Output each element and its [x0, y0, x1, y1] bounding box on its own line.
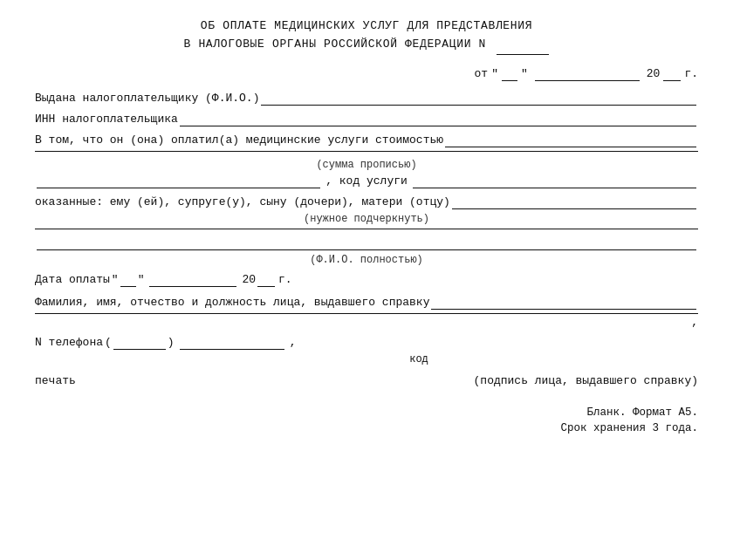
person-separator [35, 313, 698, 314]
from-line: от " " 20 г. [35, 67, 698, 81]
stamp-label: печать [35, 374, 76, 387]
title-line2: В НАЛОГОВЫЕ ОРГАНЫ РОССИЙСКОЙ ФЕДЕРАЦИИ … [35, 36, 698, 55]
issued-section: Выдана налогоплательщику (Ф.И.О.) [35, 92, 698, 106]
service-row: , код услуги [35, 174, 698, 188]
title-line1: ОБ ОПЛАТЕ МЕДИЦИНСКИХ УСЛУГ ДЛЯ ПРЕДСТАВ… [35, 17, 698, 36]
title-block: ОБ ОПЛАТЕ МЕДИЦИНСКИХ УСЛУГ ДЛЯ ПРЕДСТАВ… [35, 17, 698, 55]
rendered-row: оказанные: ему (ей), супруге(у), сыну (д… [35, 195, 698, 209]
phone-comma: , [290, 336, 297, 349]
fio-section: (Ф.И.О. полностью) [35, 236, 698, 266]
rendered-label: оказанные: ему (ей), супруге(у), сыну (д… [35, 195, 450, 208]
paid-row: В том, что он (она) оплатил(а) медицинск… [35, 133, 698, 147]
issued-row: Выдана налогоплательщику (Ф.И.О.) [35, 92, 698, 106]
bottom-info: Бланк. Формат А5. Срок хранения 3 года. [35, 405, 698, 438]
date-payment-label: Дата оплаты [35, 273, 110, 286]
rendered-separator [35, 229, 698, 229]
document: ОБ ОПЛАТЕ МЕДИЦИНСКИХ УСЛУГ ДЛЯ ПРЕДСТАВ… [35, 17, 698, 437]
from-label: от [475, 67, 489, 80]
inn-row: ИНН налогоплательщика [35, 113, 698, 126]
date-g: г. [278, 273, 292, 286]
from-g: г. [684, 67, 698, 80]
rendered-section: оказанные: ему (ей), супруге(у), сыну (д… [35, 195, 698, 229]
inn-label: ИНН налогоплательщика [35, 113, 178, 126]
sum-label: (сумма прописью) [35, 159, 698, 171]
paid-separator [35, 151, 698, 152]
from-quote-close: " [521, 67, 528, 80]
fio-row [35, 236, 698, 250]
service-row-section: , код услуги [35, 174, 698, 188]
paid-section: В том, что он (она) оплатил(а) медицинск… [35, 133, 698, 152]
underline-note: (нужное подчеркнуть) [35, 213, 698, 225]
stamp-signature-row: печать (подпись лица, выдавшего справку) [35, 374, 698, 387]
person-row: Фамилия, имя, отчество и должность лица,… [35, 296, 698, 310]
date-payment-row: Дата оплаты " " 20 г. [35, 273, 698, 287]
phone-label: N телефона [35, 336, 103, 349]
issued-label: Выдана налогоплательщику (Ф.И.О.) [35, 92, 259, 105]
inn-section: ИНН налогоплательщика [35, 113, 698, 126]
service-code-label: , код услуги [325, 174, 408, 188]
paid-label: В том, что он (она) оплатил(а) медицинск… [35, 133, 443, 147]
fio-label: (Ф.И.О. полностью) [35, 254, 698, 266]
person-comma: , [35, 316, 698, 329]
code-label: код [140, 353, 698, 365]
signature-label: (подпись лица, выдавшего справку) [474, 374, 698, 387]
from-year-prefix: 20 [647, 67, 661, 80]
bottom-line2: Срок хранения 3 года. [35, 420, 698, 437]
from-quote-open: " [491, 67, 498, 80]
person-section: Фамилия, имя, отчество и должность лица,… [35, 296, 698, 329]
phone-row: N телефона ( ) , [35, 336, 698, 350]
person-label: Фамилия, имя, отчество и должность лица,… [35, 296, 429, 309]
bottom-line1: Бланк. Формат А5. [35, 405, 698, 421]
